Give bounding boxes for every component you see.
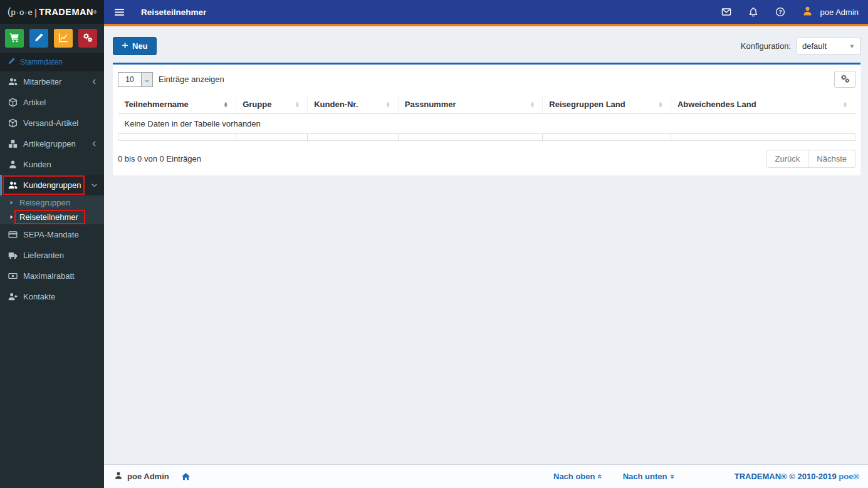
column-header-kunden-nr-[interactable]: Kunden-Nr.▲▼ bbox=[308, 95, 399, 114]
configuration-control: Konfiguration: default ▼ bbox=[741, 38, 860, 55]
data-panel: 10 ⌄ Einträge anzeigen Teilnehmername▲▼G… bbox=[113, 63, 860, 175]
table-header-row: Teilnehmername▲▼Gruppe▲▼Kunden-Nr.▲▼Pass… bbox=[118, 95, 855, 114]
configuration-value: default bbox=[802, 41, 827, 51]
chevron-left-icon bbox=[91, 140, 98, 147]
sort-icon: ▲▼ bbox=[843, 101, 849, 108]
next-page-button[interactable]: Nächste bbox=[808, 150, 855, 168]
sidebar-item-artikel[interactable]: Artikel bbox=[0, 92, 104, 113]
footer-user-info: poe Admin bbox=[114, 471, 191, 482]
sort-icon: ▲▼ bbox=[295, 101, 301, 108]
pencil-icon bbox=[34, 33, 44, 44]
logo-brand-text: TRADEMAN bbox=[39, 7, 93, 17]
sidebar-item-mitarbeiter[interactable]: Mitarbeiter bbox=[0, 71, 104, 92]
table-footer-row bbox=[118, 134, 855, 141]
footer-copyright: TRADEMAN® © 2010-2019 poe® bbox=[735, 472, 859, 481]
gear-icon bbox=[840, 74, 850, 85]
table-footer-cell bbox=[236, 134, 308, 141]
envelope-icon[interactable] bbox=[721, 7, 731, 17]
footer-username: poe Admin bbox=[127, 472, 169, 481]
sidebar-item-label: Versand-Artikel bbox=[23, 118, 78, 128]
users-icon bbox=[8, 180, 18, 190]
chart-button[interactable] bbox=[54, 29, 73, 48]
configuration-select[interactable]: default ▼ bbox=[797, 38, 860, 55]
question-icon[interactable]: ? bbox=[775, 7, 785, 17]
sort-icon: ▲▼ bbox=[658, 101, 664, 108]
app-logo[interactable]: (p·o·e|TRADEMAN® bbox=[0, 0, 104, 24]
sidebar-item-versand-artikel[interactable]: Versand-Artikel bbox=[0, 113, 104, 133]
hamburger-menu-icon[interactable] bbox=[112, 4, 127, 20]
topbar: Reiseteilnehmer ? poe Admin bbox=[104, 0, 868, 26]
sidebar-subitem-label: Reiseteilnehmer bbox=[19, 212, 78, 222]
sidebar-submenu: ReisegruppenReiseteilnehmer bbox=[0, 195, 104, 224]
sidebar-section-label: Stammdaten bbox=[20, 58, 63, 66]
sidebar-item-kunden[interactable]: Kunden bbox=[0, 154, 104, 175]
content-area: Neu Konfiguration: default ▼ 10 ⌄ Ein bbox=[104, 26, 868, 464]
column-header-teilnehmername[interactable]: Teilnehmername▲▼ bbox=[118, 95, 236, 114]
footer: poe Admin Nach oben « Nach unten » TRADE… bbox=[104, 464, 868, 488]
cube-icon bbox=[8, 98, 18, 107]
card-icon bbox=[8, 230, 18, 239]
double-chevron-up-icon: « bbox=[596, 474, 605, 479]
double-chevron-down-icon: » bbox=[668, 474, 677, 479]
scroll-top-link[interactable]: Nach oben « bbox=[553, 472, 603, 481]
column-header-gruppe[interactable]: Gruppe▲▼ bbox=[236, 95, 308, 114]
sidebar-item-artikelgruppen[interactable]: Artikelgruppen bbox=[0, 133, 104, 154]
sidebar-item-label: Artikelgruppen bbox=[23, 139, 76, 148]
table-footer-cell bbox=[118, 134, 236, 141]
edit-button[interactable] bbox=[29, 29, 48, 48]
sidebar-item-label: SEPA-Mandate bbox=[23, 230, 79, 239]
table-info-text: 0 bis 0 von 0 Einträgen bbox=[118, 154, 201, 164]
reiseteilnehmer-table: Teilnehmername▲▼Gruppe▲▼Kunden-Nr.▲▼Pass… bbox=[118, 95, 855, 141]
sidebar-menu: MitarbeiterArtikelVersand-ArtikelArtikel… bbox=[0, 71, 104, 488]
configuration-label: Konfiguration: bbox=[741, 41, 791, 51]
logo-registered-mark: ® bbox=[93, 10, 97, 14]
cart-button[interactable] bbox=[5, 29, 24, 48]
page-toolbar: Neu Konfiguration: default ▼ bbox=[113, 37, 860, 55]
sidebar-item-sepa-mandate[interactable]: SEPA-Mandate bbox=[0, 224, 104, 245]
sidebar-item-maximalrabatt[interactable]: Maximalrabatt bbox=[0, 266, 104, 286]
cubes-icon bbox=[8, 139, 18, 148]
sidebar-item-lieferanten[interactable]: Lieferanten bbox=[0, 245, 104, 266]
column-header-passnummer[interactable]: Passnummer▲▼ bbox=[398, 95, 542, 114]
table-pagination-bar: 0 bis 0 von 0 Einträgen Zurück Nächste bbox=[118, 150, 855, 168]
sidebar-item-label: Kontakte bbox=[23, 292, 55, 301]
quick-launch-bar bbox=[0, 24, 104, 53]
user-icon bbox=[114, 471, 123, 482]
footer-brand: poe® bbox=[839, 472, 859, 481]
sidebar-item-kundengruppen[interactable]: Kundengruppen bbox=[0, 175, 104, 195]
table-settings-button[interactable] bbox=[834, 71, 855, 88]
bell-icon[interactable] bbox=[748, 7, 758, 17]
home-icon[interactable] bbox=[181, 472, 191, 481]
empty-table-message: Keine Daten in der Tabelle vorhanden bbox=[118, 114, 855, 134]
user-avatar-icon bbox=[802, 6, 813, 18]
scroll-bottom-link[interactable]: Nach unten » bbox=[623, 472, 675, 481]
page-length-value: 10 bbox=[118, 73, 141, 86]
previous-page-button[interactable]: Zurück bbox=[766, 150, 809, 168]
svg-text:?: ? bbox=[778, 9, 782, 15]
sidebar-item-kontakte[interactable]: Kontakte bbox=[0, 286, 104, 307]
new-button-label: Neu bbox=[132, 41, 148, 51]
sort-icon: ▲▼ bbox=[385, 101, 392, 108]
sidebar-subitem-reisegruppen[interactable]: Reisegruppen bbox=[0, 195, 104, 210]
chevron-down-icon: ⌄ bbox=[141, 73, 152, 86]
cogs-button[interactable] bbox=[78, 29, 97, 48]
topbar-actions: ? poe Admin bbox=[721, 6, 859, 18]
chart-icon bbox=[58, 33, 68, 44]
page-length-label: Einträge anzeigen bbox=[159, 75, 224, 84]
page-length-select[interactable]: 10 ⌄ bbox=[118, 72, 153, 87]
table-footer-cell bbox=[671, 134, 855, 141]
app-window: (p·o·e|TRADEMAN® Stammdaten MitarbeiterA… bbox=[0, 0, 868, 488]
users-icon bbox=[8, 77, 18, 86]
sidebar-item-label: Maximalrabatt bbox=[23, 271, 75, 281]
sidebar-subitem-reiseteilnehmer[interactable]: Reiseteilnehmer bbox=[0, 210, 104, 224]
topbar-username: poe Admin bbox=[820, 8, 859, 17]
user-menu[interactable]: poe Admin bbox=[802, 6, 859, 18]
main-area: Reiseteilnehmer ? poe Admin Neu Konfigur… bbox=[104, 0, 868, 488]
table-controls: 10 ⌄ Einträge anzeigen bbox=[118, 71, 855, 88]
new-button[interactable]: Neu bbox=[113, 37, 157, 55]
sidebar-item-label: Kunden bbox=[23, 160, 51, 169]
chevron-left-icon bbox=[91, 78, 98, 85]
column-header-reisegruppen-land[interactable]: Reisegruppen Land▲▼ bbox=[543, 95, 671, 114]
column-header-abweichendes-land[interactable]: Abweichendes Land▲▼ bbox=[671, 95, 855, 114]
user-icon bbox=[8, 160, 18, 169]
